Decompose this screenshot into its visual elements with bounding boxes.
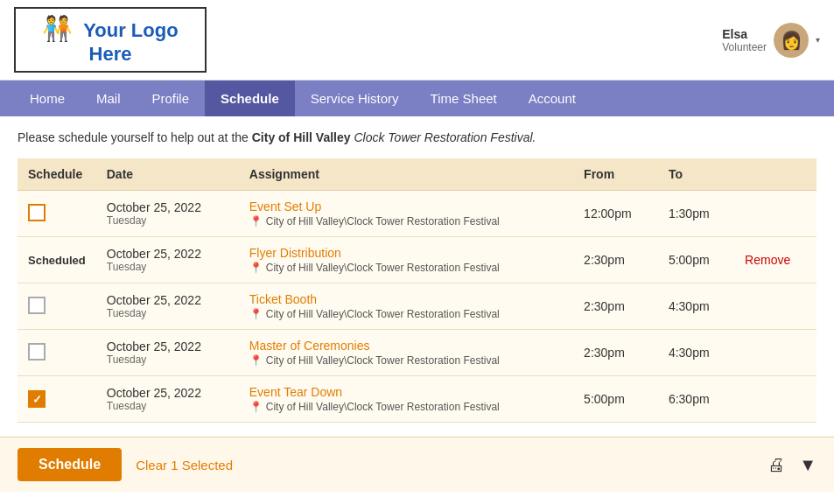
table-row: October 25, 2022 Tuesday Event Set Up 📍 … [18, 191, 816, 237]
assignment-link[interactable]: Ticket Booth [249, 292, 317, 306]
checkbox-unchecked[interactable] [28, 297, 46, 314]
checkbox-cell[interactable] [18, 284, 96, 330]
date-cell: October 25, 2022 Tuesday [96, 191, 239, 237]
nav-item-home[interactable]: Home [14, 80, 81, 116]
action-cell [734, 284, 816, 330]
location-icon: 📍 [249, 354, 263, 367]
checkbox-outline[interactable] [28, 204, 46, 221]
nav-item-schedule[interactable]: Schedule [205, 80, 295, 116]
assignment-link[interactable]: Master of Ceremonies [249, 339, 370, 353]
assignment-cell: Ticket Booth 📍 City of Hill Valley\Clock… [239, 284, 573, 330]
logo-icon: 🧑‍🤝‍🧑 [42, 14, 73, 43]
location-icon: 📍 [249, 262, 263, 274]
date-day: Tuesday [107, 400, 228, 412]
location-icon: 📍 [249, 308, 263, 320]
navigation: Home Mail Profile Schedule Service Histo… [0, 80, 834, 116]
from-time: 5:00pm [584, 392, 625, 406]
to-time: 1:30pm [669, 206, 710, 220]
nav-item-profile[interactable]: Profile [137, 80, 206, 116]
nav-item-account[interactable]: Account [513, 80, 592, 116]
col-header-to: To [658, 158, 734, 191]
location-text: City of Hill Valley\Clock Tower Restorat… [266, 308, 500, 320]
to-cell: 4:30pm [658, 330, 734, 376]
from-cell: 5:00pm [573, 376, 658, 423]
assignment-link[interactable]: Event Tear Down [249, 385, 342, 399]
action-cell [734, 330, 816, 376]
date-main: October 25, 2022 [107, 340, 228, 354]
to-cell: 1:30pm [658, 191, 734, 237]
col-header-schedule: Schedule [18, 158, 96, 191]
from-cell: 12:00pm [573, 191, 658, 237]
location-text: City of Hill Valley\Clock Tower Restorat… [266, 401, 500, 413]
to-time: 6:30pm [669, 392, 710, 406]
filter-icon[interactable]: ▼ [799, 455, 816, 475]
to-cell: 5:00pm [658, 237, 734, 284]
assignment-link[interactable]: Flyer Distribution [249, 246, 341, 260]
remove-button[interactable]: Remove [745, 253, 790, 267]
table-row: October 25, 2022 Tuesday Master of Cerem… [18, 330, 816, 376]
table-row: October 25, 2022 Tuesday Ticket Booth 📍 … [18, 284, 816, 330]
intro-event-name: Clock Tower Restoration Festival. [351, 130, 536, 144]
intro-text-before: Please schedule yourself to help out at … [18, 130, 252, 144]
user-dropdown-arrow[interactable]: ▾ [816, 35, 820, 45]
assignment-location: 📍 City of Hill Valley\Clock Tower Restor… [249, 354, 563, 367]
date-day: Tuesday [107, 354, 228, 366]
scheduled-badge: Scheduled [28, 254, 86, 267]
location-text: City of Hill Valley\Clock Tower Restorat… [266, 354, 500, 367]
date-day: Tuesday [107, 307, 228, 319]
main-content: Please schedule yourself to help out at … [0, 116, 834, 437]
assignment-cell: Master of Ceremonies 📍 City of Hill Vall… [239, 330, 573, 376]
checkbox-checked[interactable] [28, 390, 46, 408]
intro-org-name: City of Hill Valley [252, 130, 351, 144]
assignment-link[interactable]: Event Set Up [249, 200, 322, 214]
from-time: 2:30pm [584, 346, 625, 360]
to-time: 5:00pm [669, 253, 710, 267]
assignment-location: 📍 City of Hill Valley\Clock Tower Restor… [249, 262, 563, 274]
logo: 🧑‍🤝‍🧑 Your Logo Here [14, 7, 207, 73]
checkbox-cell[interactable] [18, 376, 96, 423]
intro-paragraph: Please schedule yourself to help out at … [18, 130, 816, 144]
date-cell: October 25, 2022 Tuesday [96, 376, 239, 423]
col-header-action [734, 158, 816, 191]
from-time: 2:30pm [584, 253, 625, 267]
table-row: October 25, 2022 Tuesday Event Tear Down… [18, 376, 816, 423]
nav-item-service-history[interactable]: Service History [295, 80, 415, 116]
nav-item-time-sheet[interactable]: Time Sheet [415, 80, 513, 116]
date-main: October 25, 2022 [107, 386, 228, 400]
nav-item-mail[interactable]: Mail [81, 80, 137, 116]
from-cell: 2:30pm [573, 330, 658, 376]
to-time: 4:30pm [669, 346, 710, 360]
table-row: Scheduled October 25, 2022 Tuesday Flyer… [18, 237, 816, 284]
col-header-date: Date [96, 158, 239, 191]
schedule-table: Schedule Date Assignment From To October… [18, 158, 816, 423]
checkbox-cell[interactable] [18, 330, 96, 376]
footer-bar: Schedule Clear 1 Selected 🖨 ▼ [0, 437, 834, 492]
header: 🧑‍🤝‍🧑 Your Logo Here Elsa Volunteer 👩 ▾ [0, 0, 834, 80]
logo-text: Your Logo Here [83, 19, 178, 65]
assignment-location: 📍 City of Hill Valley\Clock Tower Restor… [249, 308, 563, 320]
to-cell: 6:30pm [658, 376, 734, 423]
footer-icons: 🖨 ▼ [767, 455, 816, 475]
checkbox-cell[interactable] [18, 191, 96, 237]
assignment-location: 📍 City of Hill Valley\Clock Tower Restor… [249, 401, 563, 413]
assignment-location: 📍 City of Hill Valley\Clock Tower Restor… [249, 215, 563, 228]
location-text: City of Hill Valley\Clock Tower Restorat… [266, 262, 500, 274]
location-icon: 📍 [249, 401, 263, 413]
clear-selected-button[interactable]: Clear 1 Selected [136, 458, 233, 472]
date-cell: October 25, 2022 Tuesday [96, 330, 239, 376]
to-cell: 4:30pm [658, 284, 734, 330]
date-main: October 25, 2022 [107, 247, 228, 261]
date-main: October 25, 2022 [107, 200, 228, 214]
action-cell[interactable]: Remove [734, 237, 816, 284]
from-time: 12:00pm [584, 206, 631, 220]
checkbox-unchecked[interactable] [28, 343, 46, 360]
assignment-cell: Event Set Up 📍 City of Hill Valley\Clock… [239, 191, 573, 237]
print-icon[interactable]: 🖨 [767, 455, 785, 475]
user-role: Volunteer [722, 41, 767, 53]
schedule-button[interactable]: Schedule [18, 448, 122, 481]
date-cell: October 25, 2022 Tuesday [96, 237, 239, 284]
assignment-cell: Flyer Distribution 📍 City of Hill Valley… [239, 237, 573, 284]
from-time: 2:30pm [584, 299, 625, 313]
location-text: City of Hill Valley\Clock Tower Restorat… [266, 215, 500, 228]
action-cell [734, 376, 816, 423]
